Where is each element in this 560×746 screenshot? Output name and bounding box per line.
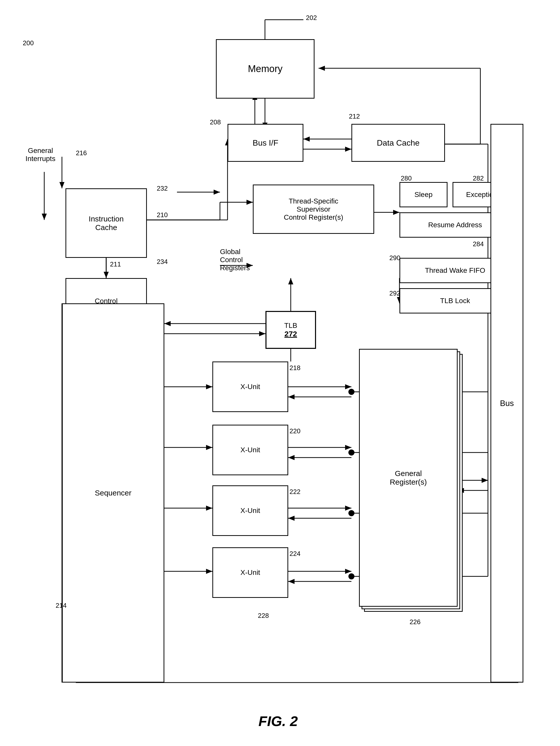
ref-234-label: 234 [157, 258, 168, 266]
svg-marker-60 [206, 506, 213, 511]
svg-marker-27 [104, 272, 109, 278]
ref-214-label: 214 [56, 602, 66, 609]
svg-marker-7 [303, 137, 310, 142]
ref-284-label: 284 [473, 240, 484, 248]
svg-marker-74 [482, 478, 488, 483]
svg-marker-69 [345, 569, 352, 574]
ref-202-label: 202 [306, 14, 317, 22]
ref-292-label: 292 [389, 289, 400, 297]
ref-224-label: 224 [289, 550, 300, 558]
ref-218-label: 218 [289, 364, 300, 372]
data-cache-box: Data Cache [352, 124, 445, 162]
general-interrupts-label: GeneralInterrupts [15, 147, 66, 163]
thread-specific-box: Thread-SpecificSupervisorControl Registe… [253, 184, 374, 234]
svg-marker-32 [247, 200, 253, 205]
ref-212-label: 212 [349, 113, 360, 120]
svg-marker-67 [206, 569, 213, 574]
ref-200-label: 200 [23, 39, 34, 47]
ref-211-label: 211 [110, 260, 121, 268]
svg-marker-36 [259, 331, 265, 336]
ref-228-label: 228 [258, 612, 269, 620]
ref-226-label: 226 [410, 618, 420, 626]
ref-220-label: 220 [289, 427, 300, 435]
sleep-box: Sleep [399, 182, 448, 207]
svg-marker-48 [345, 384, 352, 389]
global-control-label: GlobalControlRegisters [220, 248, 291, 272]
ref-290-label: 290 [389, 254, 400, 262]
svg-marker-42 [214, 190, 220, 195]
svg-marker-62 [345, 506, 352, 511]
xunit1-box: X-Unit [213, 362, 288, 412]
svg-marker-64 [288, 516, 295, 521]
svg-marker-25 [59, 182, 64, 188]
memory-box: Memory [216, 39, 314, 98]
svg-marker-23 [42, 213, 47, 220]
svg-point-58 [348, 450, 355, 456]
svg-marker-9 [345, 147, 352, 152]
figure-label: FIG. 2 [215, 713, 341, 729]
sequencer-box: Sequencer [62, 303, 164, 683]
general-registers-box: GeneralRegister(s) [359, 349, 457, 607]
svg-marker-71 [288, 579, 295, 584]
ref-222-label: 222 [289, 488, 300, 496]
ref-210-label: 210 [157, 211, 168, 219]
ref-280-label: 280 [401, 174, 412, 182]
diagram: 200 202 Memory 208 Bus I/F 212 Data Cach… [0, 0, 560, 746]
svg-marker-38 [288, 278, 293, 284]
svg-point-72 [348, 573, 355, 579]
svg-marker-40 [393, 210, 399, 215]
ref-232-label: 232 [157, 184, 168, 192]
ref-208-label: 208 [210, 118, 221, 126]
svg-marker-46 [206, 384, 213, 389]
xunit3-box: X-Unit [213, 485, 288, 536]
svg-marker-34 [164, 321, 171, 326]
svg-point-51 [348, 389, 355, 395]
xunit4-box: X-Unit [213, 547, 288, 598]
svg-marker-53 [206, 445, 213, 450]
svg-marker-13 [318, 66, 325, 71]
svg-marker-57 [288, 455, 295, 460]
bus-box: Bus [491, 124, 523, 683]
ref-216-label: 216 [76, 149, 87, 157]
instruction-cache-box: InstructionCache [65, 188, 147, 258]
bus-if-box: Bus I/F [227, 124, 303, 162]
svg-marker-50 [288, 394, 295, 399]
ref-282-label: 282 [473, 174, 484, 182]
svg-marker-55 [345, 445, 352, 450]
svg-point-65 [348, 510, 355, 516]
tlb-box: TLB 272 [265, 311, 316, 349]
xunit2-box: X-Unit [213, 425, 288, 475]
